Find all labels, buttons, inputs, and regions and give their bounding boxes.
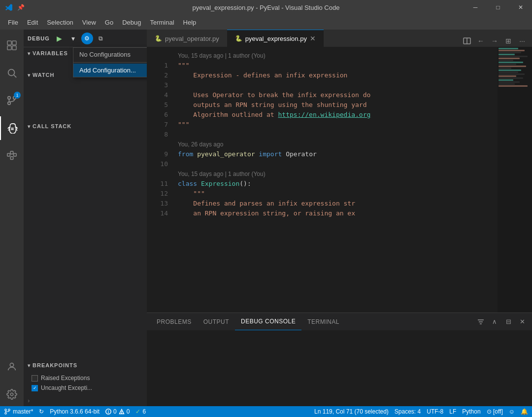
code-line-1: """: [178, 61, 498, 70]
activity-accounts[interactable]: [0, 355, 24, 379]
toggle-panel-button[interactable]: ⊞: [502, 35, 514, 47]
status-bell[interactable]: 🔔: [521, 408, 528, 415]
editor-area: 🐍 pyeval_operator.py 🐍 pyeval_expression…: [147, 30, 532, 406]
menu-help[interactable]: Help: [179, 17, 200, 28]
status-feedback[interactable]: ☺: [509, 408, 515, 415]
activity-search[interactable]: [0, 61, 24, 85]
status-sync[interactable]: ↻: [39, 408, 44, 415]
title-bar-controls[interactable]: ─ □ ✕: [464, 0, 532, 15]
panel-up-button[interactable]: ∧: [489, 316, 500, 328]
maximize-button[interactable]: □: [487, 0, 509, 15]
minimap: [498, 47, 532, 313]
split-editor-button[interactable]: [461, 35, 473, 47]
debug-dropdown-button[interactable]: ▾: [67, 33, 79, 44]
status-spaces[interactable]: Spaces: 4: [395, 408, 421, 415]
menu-edit[interactable]: Edit: [23, 17, 42, 28]
svg-point-33: [108, 413, 109, 413]
tab-operator-label: pyeval_operator.py: [165, 35, 219, 42]
activity-settings[interactable]: [0, 382, 24, 406]
uncaught-exceptions-checkbox[interactable]: [32, 385, 38, 391]
minimize-button[interactable]: ─: [464, 0, 487, 15]
tab-pyeval-operator[interactable]: 🐍 pyeval_operator.py: [147, 30, 227, 47]
more-actions-button[interactable]: ···: [516, 35, 528, 47]
svg-point-4: [8, 70, 15, 76]
add-configuration-item[interactable]: Add Configuration...: [73, 64, 147, 77]
tab-expression-icon: 🐍: [235, 35, 242, 42]
tab-pyeval-expression[interactable]: 🐍 pyeval_expression.py ✕: [227, 30, 324, 47]
activity-git[interactable]: 1: [0, 89, 24, 112]
code-line-12: """: [178, 189, 498, 199]
menu-view[interactable]: View: [78, 17, 100, 28]
go-forward-button[interactable]: →: [489, 35, 500, 47]
svg-rect-15: [14, 153, 16, 156]
close-button[interactable]: ✕: [509, 0, 532, 15]
panel-toggle-button[interactable]: ⊟: [502, 316, 514, 328]
breakpoints-expand[interactable]: ›: [24, 395, 147, 406]
line-ending-label: LF: [449, 408, 456, 415]
debug-split-button[interactable]: ⧉: [95, 33, 107, 44]
spaces-label: Spaces: 4: [395, 408, 421, 415]
breakpoints-section: ▾ BREAKPOINTS Raised Exceptions Uncaught…: [24, 359, 147, 406]
panel-tab-problems[interactable]: PROBLEMS: [151, 313, 198, 330]
code-line-10: [178, 159, 498, 169]
panel-close-button[interactable]: ✕: [516, 316, 528, 328]
tab-operator-icon: 🐍: [155, 35, 162, 42]
debug-gear-button[interactable]: ⚙: [81, 33, 93, 44]
call-stack-header[interactable]: ▾ CALL STACK: [24, 120, 147, 132]
status-language[interactable]: Python: [462, 408, 480, 415]
activity-debug[interactable]: [0, 116, 24, 140]
feedback-icon: ☺: [509, 408, 515, 415]
status-checks[interactable]: ✓ 6: [135, 408, 146, 415]
status-branch[interactable]: master*: [4, 408, 33, 415]
watch-content: [24, 81, 147, 120]
uncaught-exceptions-item[interactable]: Uncaught Excepti...: [24, 383, 147, 393]
breakpoints-header[interactable]: ▾ BREAKPOINTS: [24, 359, 147, 371]
code-line-8: [178, 130, 498, 139]
raised-exceptions-checkbox[interactable]: [32, 375, 38, 382]
window-title: pyeval_expression.py - PyEval - Visual S…: [193, 4, 340, 11]
git-annotation-1: You, 15 days ago | 1 author (You): [178, 51, 498, 61]
status-liveshare[interactable]: ⊙ [off]: [487, 408, 503, 415]
status-errors[interactable]: 0 0: [105, 408, 130, 415]
debug-play-button[interactable]: ▶: [54, 33, 66, 44]
title-bar: 📌 pyeval_expression.py - PyEval - Visual…: [0, 0, 532, 15]
code-line-14: an RPN expression string, or raising an …: [178, 208, 498, 218]
svg-point-30: [8, 409, 10, 411]
status-position[interactable]: Ln 119, Col 71 (70 selected): [314, 408, 389, 415]
panel-tab-output[interactable]: OUTPUT: [198, 313, 235, 330]
no-configurations-item[interactable]: No Configurations: [73, 48, 147, 61]
call-stack-content: [24, 132, 147, 241]
language-label: Python: [462, 408, 480, 415]
bell-icon: 🔔: [521, 408, 528, 415]
code-content[interactable]: You, 15 days ago | 1 author (You) """ Ex…: [174, 47, 498, 313]
minimap-content: [498, 47, 532, 88]
tab-close-button[interactable]: ✕: [310, 35, 316, 42]
panel-tab-debug-console[interactable]: DEBUG CONSOLE: [235, 313, 301, 330]
call-stack-arrow: ▾: [28, 124, 31, 129]
variables-label: VARIABLES: [33, 50, 68, 56]
liveshare-label: ⊙ [off]: [487, 408, 503, 415]
code-editor[interactable]: 1 2 3 4 5 6 7 8 9 10 11 12 13 14 You: [147, 47, 532, 313]
sidebar: DEBUG ▶ ▾ ⚙ ⧉ No Configurations Add Conf…: [24, 30, 147, 406]
menu-debug[interactable]: Debug: [118, 17, 145, 28]
activity-extensions[interactable]: [0, 144, 24, 168]
status-encoding[interactable]: UTF-8: [427, 408, 443, 415]
raised-exceptions-item[interactable]: Raised Exceptions: [24, 373, 147, 383]
panel-tab-terminal[interactable]: TERMINAL: [301, 313, 345, 330]
activity-explorer[interactable]: [0, 34, 24, 57]
svg-point-21: [10, 393, 13, 396]
menu-go[interactable]: Go: [101, 17, 117, 28]
go-back-button[interactable]: ←: [475, 35, 487, 47]
svg-point-8: [8, 102, 11, 105]
panel-filter-button[interactable]: [475, 316, 487, 328]
line-numbers: 1 2 3 4 5 6 7 8 9 10 11 12 13 14: [147, 47, 174, 313]
menu-file[interactable]: File: [4, 17, 22, 28]
svg-point-35: [121, 413, 122, 414]
menu-selection[interactable]: Selection: [43, 17, 77, 28]
status-python[interactable]: Python 3.6.6 64-bit: [50, 408, 100, 415]
status-line-ending[interactable]: LF: [449, 408, 456, 415]
tab-bar: 🐍 pyeval_operator.py 🐍 pyeval_expression…: [147, 30, 532, 47]
encoding-label: UTF-8: [427, 408, 443, 415]
menu-terminal[interactable]: Terminal: [146, 17, 178, 28]
menu-bar: File Edit Selection View Go Debug Termin…: [0, 15, 532, 30]
